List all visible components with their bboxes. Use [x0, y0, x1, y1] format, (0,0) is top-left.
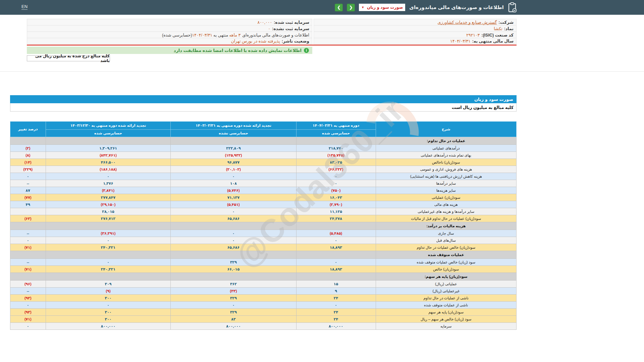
- row-label: سود(زیان) خالص عملیات در حال تداوم: [376, 244, 517, 251]
- topbar: EN اطلاعات و صورت‌های مالی میاندوره‌ای ص…: [0, 0, 644, 15]
- cell-current: ۸۰۰,۰۰۰: [296, 323, 376, 330]
- language-switch-en[interactable]: EN: [21, 4, 28, 10]
- table-row: ناشی از عملیات در حال تداوم۲۴۳۲۹۳۰۰(۹۳): [10, 295, 517, 302]
- fiscal-year-label: سال مالی منتهی به:: [472, 39, 514, 44]
- period-date: ۱۴۰۴/۰۳/۳۱: [192, 33, 212, 38]
- cell-restated-quarter: ۹۶,۸۷۷: [171, 159, 296, 166]
- cell-restated-year: (۲۹,۱۵۰): [46, 201, 171, 208]
- cell-restated-quarter: (۳۳): [171, 288, 296, 295]
- cell-restated-year: ۰: [46, 237, 171, 244]
- cell-change: ۰: [10, 323, 46, 330]
- statement-unit-note: کلیه مبالغ به میلیون ریال است: [10, 103, 517, 112]
- table-row: سود(زیان) خالص عملیات در حال تداوم۱۸,۸۹۳…: [10, 244, 517, 251]
- symbol-row: نماد: تکشا: [314, 25, 517, 32]
- cell-restated-quarter: ۳۲۹: [171, 309, 296, 316]
- cell-restated-year: ۳۰۰: [46, 316, 171, 323]
- table-row: درآمدهای عملیاتی۲۱۸,۷۷۰۲۲۲,۸۰۹۱,۳۰۹,۲۶۱(…: [10, 145, 517, 152]
- cell-restated-year: ۱,۳۷۶: [46, 180, 171, 187]
- cell-restated-year: ۰: [46, 302, 171, 309]
- cell-restated-year: ۸۰۰,۰۰۰: [46, 323, 171, 330]
- cell-restated-quarter: [171, 137, 296, 145]
- row-label: سال‌های قبل: [376, 237, 517, 244]
- cell-change: (۱۴): [10, 159, 46, 166]
- cell-change: [10, 208, 46, 215]
- page: EN اطلاعات و صورت‌های مالی میاندوره‌ای ص…: [0, 0, 644, 362]
- report-type-dropdown[interactable]: صورت سود و زیان ▼: [359, 4, 405, 11]
- header-restated-quarter: تجدید ارائه شده دوره منتهی به ۱۴۰۳/۰۳/۳۱: [171, 122, 296, 130]
- cell-current: ۹: [296, 288, 376, 295]
- cell-restated-quarter: ۶۵,۶۸۶: [171, 215, 296, 222]
- cell-restated-quarter: (۲۰,۱۰۲): [171, 166, 296, 173]
- cell-restated-year: ۳۰۰: [46, 309, 171, 316]
- cell-current: ۰: [296, 302, 376, 309]
- signature-match-text: اطلاعات نمایش داده شده با اطلاعات امضا ش…: [174, 48, 302, 53]
- cell-change: ۸۷: [10, 187, 46, 194]
- cell-restated-year: ۲۷۶,۷۱۲: [46, 215, 171, 222]
- listing-status-row: وضعیت ناشر: پذیرفته شده در بورس تهران: [27, 38, 312, 44]
- cell-current: ۲۱۸,۷۷۰: [296, 145, 376, 152]
- cell-restated-quarter: ۶۶,۰۱۵: [171, 266, 296, 273]
- cell-restated-year: ۲۸,۰۱۵: [46, 208, 171, 215]
- period-pre: اطلاعات و صورت‌های مالی میاندوره‌ای: [242, 33, 309, 38]
- company-name-link[interactable]: گسترش صنایع و خدمات کشاورزی: [438, 20, 497, 25]
- row-label: سود (زیان) خالص هر سهم – ریال: [376, 316, 517, 323]
- cell-current: ۰: [296, 237, 376, 244]
- cell-restated-quarter: (۱۲۵,۹۳۲): [171, 152, 296, 159]
- cell-change: --: [10, 180, 46, 187]
- cell-change: [10, 251, 46, 259]
- row-label: سود (زیان) خالص عملیات متوقف شده: [376, 259, 517, 266]
- cell-restated-quarter: ۸۳: [171, 316, 296, 323]
- cell-change: (۷۱): [10, 266, 46, 273]
- row-label: هزینه های مالی: [376, 201, 517, 208]
- table-row: هزینه های فروش، اداری و عمومی(۶۶,۲۳۲)(۲۰…: [10, 166, 517, 173]
- symbol-label: نماد:: [504, 26, 514, 31]
- cell-restated-quarter: ۲۲۲,۸۰۹: [171, 145, 296, 152]
- signature-match-banner: i اطلاعات نمایش داده شده با اطلاعات امضا…: [27, 47, 312, 54]
- row-label: غیرعملیاتی (ریال): [376, 288, 517, 295]
- cell-current: [296, 222, 376, 230]
- row-label: سود(زیان) پایه هر سهم:: [376, 273, 517, 281]
- registered-capital-value: ۸۰۰,۰۰۰: [257, 20, 272, 25]
- period-mid: منتهی به: [213, 33, 228, 38]
- row-label: ناشی از عملیات در حال تداوم: [376, 295, 517, 302]
- unregistered-capital-value: ۰: [268, 26, 270, 31]
- cell-current: (۷۵۰): [296, 187, 376, 194]
- header-change-percent: درصد تغییر: [10, 122, 46, 137]
- cell-current: (۶۶,۲۳۲): [296, 166, 376, 173]
- next-report-button[interactable]: ❯: [347, 4, 355, 11]
- cell-restated-quarter: [171, 273, 296, 281]
- header-restated-year-audit: حسابرسی شده: [46, 130, 171, 137]
- row-label: درآمدهای عملیاتی: [376, 145, 517, 152]
- section-row: عملیات متوقف شده: [10, 251, 517, 259]
- cell-restated-year: [46, 251, 171, 259]
- header-current-period: دوره منتهی به ۱۴۰۴/۰۳/۳۱: [296, 122, 376, 130]
- table-row: سود (زیان) خالص عملیات متوقف شده۰۳۲۹۰--: [10, 259, 517, 266]
- cell-restated-year: ۴۶۶,۵۰۰: [46, 159, 171, 166]
- cell-restated-quarter: ۷۱,۱۳۷: [171, 194, 296, 201]
- table-row: سال‌های قبل۰۰۰۰: [10, 237, 517, 244]
- registered-capital-row: سرمایه ثبت شده: ۸۰۰,۰۰۰: [27, 19, 312, 25]
- company-info: شرکت: گسترش صنایع و خدمات کشاورزی سرمایه…: [27, 19, 517, 44]
- row-label: عملیات متوقف شده: [376, 251, 517, 259]
- cell-change: (۲): [10, 145, 46, 152]
- isic-value: ۲۹۲۱۰۳: [466, 33, 480, 38]
- table-row: هزینه های مالی(۲,۷۹۰)(۵,۴۵۱)(۲۹,۱۵۰)۴۹: [10, 201, 517, 208]
- cell-current: ۲۴,۳۷۸: [296, 215, 376, 222]
- info-icon: i: [304, 48, 309, 53]
- cell-restated-quarter: ۳۲۹: [171, 259, 296, 266]
- cell-change: --: [10, 230, 46, 237]
- fiscal-year-value: ۱۴۰۴/۰۳/۳۱: [450, 39, 471, 44]
- previous-report-button[interactable]: ❮: [335, 4, 343, 11]
- row-label: سایر هزینه‌ها: [376, 187, 517, 194]
- cell-current: ۱۸,۸۹۳: [296, 244, 376, 251]
- cell-restated-year: ۰: [46, 173, 171, 180]
- row-label: سال جاری: [376, 230, 517, 237]
- cell-current: ۱۵: [296, 281, 376, 288]
- section-row: هزینه مالیات بر درآمد:: [10, 222, 517, 230]
- section-row: سود(زیان) پایه هر سهم:: [10, 273, 517, 281]
- period-row: اطلاعات و صورت‌های مالی میاندوره‌ای ۳ ما…: [27, 32, 312, 38]
- header-current-audit: حسابرسی شده: [296, 130, 376, 137]
- cell-current: ۰: [296, 259, 376, 266]
- cell-restated-quarter: ۰: [171, 208, 296, 215]
- table-row: سایر هزینه‌ها(۷۵۰)(۵,۷۴۶)(۳,۸۴۱)۸۷: [10, 187, 517, 194]
